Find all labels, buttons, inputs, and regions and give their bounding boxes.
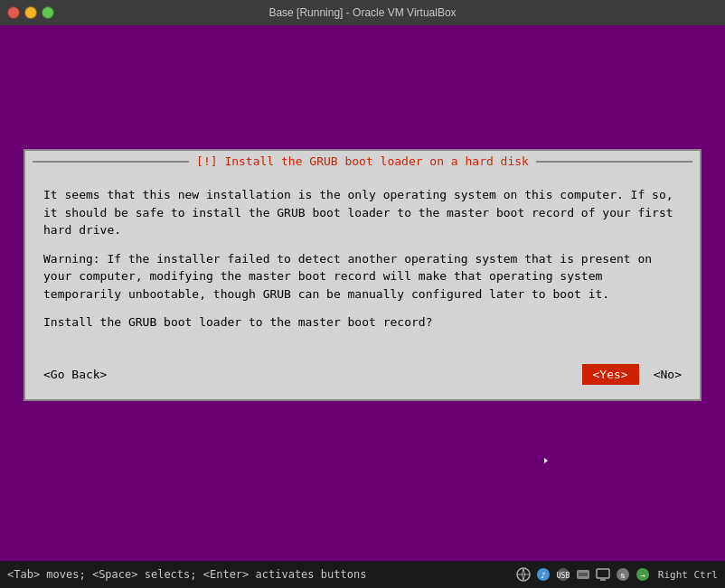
titlebar-buttons <box>7 6 54 19</box>
arrow-icon: → <box>635 566 651 583</box>
svg-text:⇅: ⇅ <box>620 571 626 580</box>
shared-icon: ⇅ <box>615 566 631 583</box>
no-button[interactable]: <No> <box>654 364 682 385</box>
network-icon <box>515 566 532 583</box>
usb-icon: USB <box>555 566 571 583</box>
dialog-para2: Warning: If the installer failed to dete… <box>43 250 682 303</box>
dialog-titlebar: [!] Install the GRUB boot loader on a ha… <box>25 151 700 172</box>
dialog-title-text: [!] Install the GRUB boot loader on a ha… <box>189 154 536 168</box>
storage-icon <box>575 566 591 583</box>
display-icon <box>595 566 611 583</box>
grub-dialog: [!] Install the GRUB boot loader on a ha… <box>24 149 701 401</box>
dialog-content: It seems that this new installation is t… <box>25 172 700 360</box>
window-title: Base [Running] - Oracle VM VirtualBox <box>268 6 456 19</box>
audio-icon: ♪ <box>535 566 551 583</box>
go-back-button[interactable]: <Go Back> <box>43 368 107 381</box>
dialog-para1: It seems that this new installation is t… <box>43 186 682 239</box>
svg-text:USB: USB <box>557 572 570 580</box>
maximize-button[interactable] <box>42 6 54 19</box>
title-dash-right <box>536 161 692 163</box>
statusbar-text: <Tab> moves; <Space> selects; <Enter> ac… <box>7 568 366 581</box>
right-buttons: <Yes> <No> <box>582 364 682 385</box>
svg-rect-7 <box>579 573 588 576</box>
statusbar: <Tab> moves; <Space> selects; <Enter> ac… <box>0 561 725 588</box>
mouse-cursor <box>544 455 551 466</box>
svg-text:♪: ♪ <box>541 571 545 580</box>
right-ctrl-label: Right Ctrl <box>658 569 718 581</box>
vm-screen: [!] Install the GRUB boot loader on a ha… <box>0 25 725 561</box>
statusbar-icons: ♪ USB ⇅ <box>515 566 718 583</box>
yes-button[interactable]: <Yes> <box>582 364 639 385</box>
dialog-question: Install the GRUB boot loader to the mast… <box>43 313 682 331</box>
svg-text:→: → <box>640 571 645 580</box>
dialog-title-line: [!] Install the GRUB boot loader on a ha… <box>33 154 692 168</box>
svg-rect-8 <box>597 569 609 578</box>
title-dash-left <box>33 161 189 163</box>
minimize-button[interactable] <box>24 6 37 19</box>
dialog-buttons: <Go Back> <Yes> <No> <box>25 360 700 399</box>
titlebar: Base [Running] - Oracle VM VirtualBox <box>0 0 725 25</box>
close-button[interactable] <box>7 6 20 19</box>
